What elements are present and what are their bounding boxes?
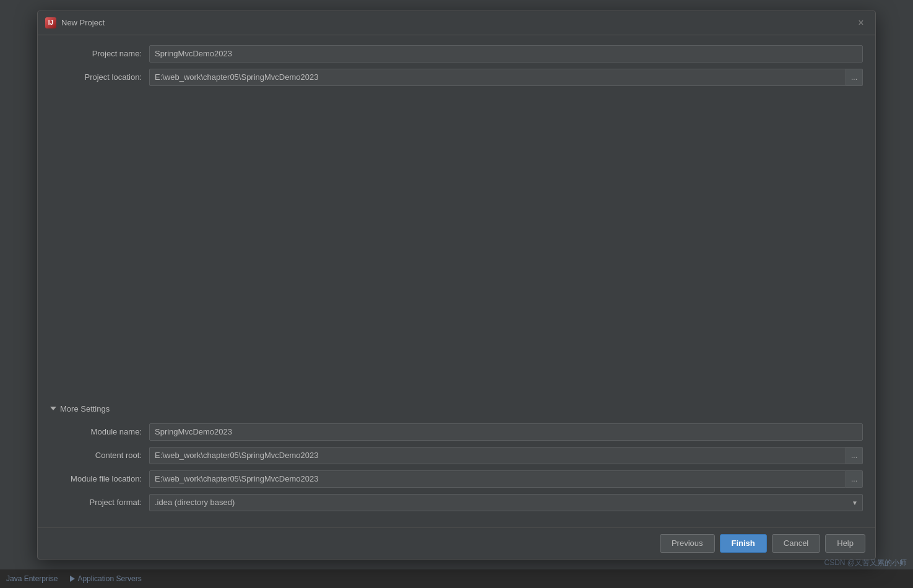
dialog-body: Project name: Project location: ...: [38, 35, 875, 527]
java-enterprise-tab-label: Java Enterprise: [6, 574, 58, 583]
dialog-overlay: IJ New Project × Project name: Project l…: [0, 0, 913, 569]
more-settings-label: More Settings: [60, 404, 110, 413]
content-root-input-group: ...: [149, 447, 863, 464]
module-name-row: Module name:: [50, 423, 863, 441]
project-format-select[interactable]: .idea (directory based) Eclipse (.classp…: [149, 494, 863, 511]
module-name-label: Module name:: [50, 427, 149, 436]
app-icon: IJ: [45, 17, 56, 28]
app-servers-tab-label: Application Servers: [77, 574, 141, 583]
project-name-row: Project name:: [50, 45, 863, 63]
app-servers-tab[interactable]: Application Servers: [70, 574, 141, 583]
module-file-location-browse-button[interactable]: ...: [846, 470, 863, 488]
project-location-input-group: ...: [149, 69, 863, 86]
project-format-select-wrapper: .idea (directory based) Eclipse (.classp…: [149, 494, 863, 511]
module-file-location-input[interactable]: [149, 470, 846, 488]
project-format-row: Project format: .idea (directory based) …: [50, 494, 863, 511]
project-format-label: Project format:: [50, 498, 149, 507]
more-settings-section: More Settings Module name: Content root:…: [50, 402, 863, 517]
dialog-title-left: IJ New Project: [45, 17, 105, 28]
content-root-input[interactable]: [149, 447, 846, 464]
project-location-label: Project location:: [50, 72, 149, 82]
module-file-location-input-group: ...: [149, 470, 863, 488]
close-button[interactable]: ×: [854, 16, 868, 30]
content-root-browse-button[interactable]: ...: [846, 447, 863, 464]
dialog-title: New Project: [61, 18, 105, 27]
module-file-location-row: Module file location: ...: [50, 470, 863, 488]
dialog-middle-spacer: [50, 92, 863, 402]
project-location-browse-button[interactable]: ...: [846, 69, 863, 86]
more-settings-toggle[interactable]: More Settings: [50, 402, 863, 416]
content-root-row: Content root: ...: [50, 447, 863, 464]
project-location-input[interactable]: [149, 69, 846, 86]
previous-button[interactable]: Previous: [660, 534, 715, 553]
project-location-row: Project location: ...: [50, 69, 863, 86]
toggle-arrow-icon: [50, 405, 56, 412]
module-file-location-label: Module file location:: [50, 474, 149, 483]
chevron-down-icon: [50, 407, 56, 410]
new-project-dialog: IJ New Project × Project name: Project l…: [37, 11, 876, 560]
play-icon: [70, 576, 75, 582]
module-name-input[interactable]: [149, 423, 863, 441]
finish-button[interactable]: Finish: [720, 534, 767, 553]
project-name-input[interactable]: [149, 45, 863, 63]
ide-bottom-bar: Java Enterprise Application Servers: [0, 569, 913, 588]
java-enterprise-tab[interactable]: Java Enterprise: [6, 574, 58, 583]
project-name-label: Project name:: [50, 49, 149, 58]
dialog-titlebar: IJ New Project ×: [38, 11, 875, 35]
content-root-label: Content root:: [50, 451, 149, 460]
cancel-button[interactable]: Cancel: [772, 534, 820, 553]
help-button[interactable]: Help: [825, 534, 865, 553]
dialog-footer: Previous Finish Cancel Help: [38, 527, 875, 559]
